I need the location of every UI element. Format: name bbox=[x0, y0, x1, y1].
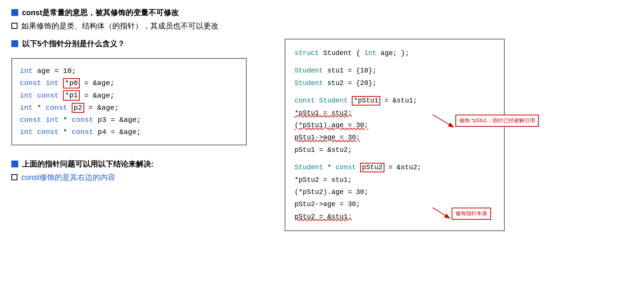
code-line-2: const int *p0 = &age; bbox=[20, 77, 238, 89]
question-heading: 以下5个指针分别是什么含义？ bbox=[11, 39, 269, 49]
r-pstu2-a1-text: *pStu2 = stu1; bbox=[294, 174, 352, 186]
header-line2-text: 如果修饰的是类、结构体（的指针），其成员也不可以更改 bbox=[21, 21, 219, 31]
boxed-p0: *p0 bbox=[63, 78, 80, 88]
r-pstu1-a3-text: pStu1->age = 30; bbox=[294, 131, 360, 143]
kw-const-4: const bbox=[46, 102, 67, 114]
annotation1-box: 修饰 *pStu1，指针已经被解引用 bbox=[455, 115, 539, 127]
conclusion-text: 上面的指针问题可以用以下结论来解决: bbox=[22, 159, 154, 169]
r-pstu1-text1 bbox=[315, 95, 319, 107]
r-kw-int-s: int bbox=[364, 47, 376, 59]
r-pstu1-reassign: pStu1 = &stu2; bbox=[294, 144, 495, 156]
r-pstu2-text2 bbox=[356, 161, 360, 173]
code-text-6c: p4 = &age; bbox=[93, 126, 141, 138]
code-line-6: int const * const p4 = &age; bbox=[20, 126, 238, 138]
r-pstu1-text3: = &stu1; bbox=[380, 95, 417, 107]
kw-int-6: int bbox=[20, 126, 33, 138]
code-text-4a: * bbox=[33, 102, 46, 114]
kw-const-6a: const bbox=[37, 126, 59, 138]
right-panel: struct Student { int age; }; Student stu… bbox=[285, 39, 633, 231]
svg-line-3 bbox=[433, 208, 448, 217]
r-struct-text: Student { bbox=[319, 47, 364, 59]
r-kw-student-2: Student bbox=[294, 77, 323, 89]
r-stu2-line: Student stu2 = {20}; bbox=[294, 77, 495, 89]
header-section: const是常量的意思，被其修饰的变量不可修改 如果修饰的是类、结构体（的指针）… bbox=[11, 8, 633, 31]
question-text: 以下5个指针分别是什么含义？ bbox=[22, 39, 125, 49]
code-line-3: int const *p1 = &age; bbox=[20, 90, 238, 102]
code-text-3c: = &age; bbox=[80, 90, 114, 102]
code-text-6a bbox=[33, 126, 37, 138]
kw-const-2: const bbox=[20, 77, 41, 89]
r-pstu2-text3: = &stu2; bbox=[384, 161, 421, 173]
code-text-6b: * bbox=[59, 126, 72, 138]
blue-square-icon3 bbox=[11, 161, 18, 167]
r-stu2-text: stu2 = {20}; bbox=[323, 77, 376, 89]
code-line-4: int * const p2 = &age; bbox=[20, 102, 238, 114]
white-square-icon bbox=[11, 23, 17, 29]
r-stu1-text: stu1 = {10}; bbox=[323, 65, 376, 77]
annotations-wrapper: struct Student { int age; }; Student stu… bbox=[285, 39, 633, 231]
conclusion-heading: 上面的指针问题可以用以下结论来解决: bbox=[11, 159, 269, 169]
code-text-5c: p3 = &age; bbox=[93, 114, 141, 126]
header-line2: 如果修饰的是类、结构体（的指针），其成员也不可以更改 bbox=[11, 21, 633, 31]
r-pstu1-a1-text: *pStu1 = stu2; bbox=[294, 107, 352, 119]
kw-int-3: int bbox=[20, 90, 33, 102]
r-kw-const-ps2: const bbox=[335, 161, 356, 173]
r-pstu1-decl: const Student *pStu1 = &stu1; bbox=[294, 95, 495, 107]
code-text-3b bbox=[59, 90, 63, 102]
arrow2-svg bbox=[433, 208, 452, 227]
code-text-2b bbox=[59, 77, 63, 89]
code-text-2a bbox=[41, 77, 46, 89]
r-pstu2-a2-text: (*pStu2).age = 30; bbox=[294, 186, 368, 198]
boxed-pstu2: pStu2 bbox=[360, 163, 384, 173]
r-pstu2-a3-text: pStu2->age = 30; bbox=[294, 198, 360, 210]
kw-int-2: int bbox=[46, 77, 58, 89]
r-pstu2-assign2: (*pStu2).age = 30; bbox=[294, 186, 495, 198]
r-struct-line: struct Student { int age; }; bbox=[294, 47, 495, 59]
boxed-pstu1: *pStu1 bbox=[352, 96, 380, 106]
r-struct-text2: age; }; bbox=[376, 47, 409, 59]
code-text-4b bbox=[67, 102, 71, 114]
kw-const-5b: const bbox=[72, 114, 93, 126]
annotation2-box: 修饰指针本身 bbox=[452, 208, 491, 220]
r-stu1-line: Student stu1 = {10}; bbox=[294, 65, 495, 77]
r-pstu2-r-text: pStu2 = &stu1; bbox=[294, 211, 352, 223]
r-pstu2-decl: Student * const pStu2 = &stu2; bbox=[294, 161, 495, 173]
r-pstu1-r-text: pStu1 = &stu2; bbox=[294, 144, 352, 156]
r-pstu1-a2-text: (*pStu1).age = 30; bbox=[294, 119, 368, 131]
header-line1-text: const是常量的意思，被其修饰的变量不可修改 bbox=[22, 8, 179, 18]
code-text-4c: = &age; bbox=[84, 102, 119, 114]
boxed-p1: *p1 bbox=[63, 90, 80, 101]
kw-int-1: int bbox=[20, 65, 33, 77]
header-line1: const是常量的意思，被其修饰的变量不可修改 bbox=[11, 8, 633, 18]
annotation1-group: 修饰 *pStu1，指针已经被解引用 bbox=[433, 115, 539, 137]
main-layout: 以下5个指针分别是什么含义？ int age = 10; const int *… bbox=[11, 39, 633, 231]
code-text-3a bbox=[33, 90, 37, 102]
code-text-5b: * bbox=[59, 114, 72, 126]
kw-const-6b: const bbox=[72, 126, 93, 138]
r-kw-const-ps1: const bbox=[294, 95, 315, 107]
r-pstu2-text1: * bbox=[323, 161, 335, 173]
r-pstu2-assign1: *pStu2 = stu1; bbox=[294, 174, 495, 186]
annotation2-text: 修饰指针本身 bbox=[455, 210, 487, 216]
white-square-icon2 bbox=[11, 174, 17, 180]
r-pstu1-text2 bbox=[348, 95, 352, 107]
conclusion2-text: const修饰的是其右边的内容 bbox=[21, 172, 115, 183]
code-text-5a bbox=[41, 114, 46, 126]
r-kw-struct: struct bbox=[294, 47, 319, 59]
r-kw-student-ps1: Student bbox=[319, 95, 348, 107]
svg-line-1 bbox=[433, 115, 452, 126]
kw-int-5: int bbox=[46, 114, 58, 126]
arrow1-svg bbox=[433, 115, 455, 137]
kw-int-4: int bbox=[20, 102, 33, 114]
boxed-p2: p2 bbox=[72, 103, 84, 113]
kw-const-3: const bbox=[37, 90, 59, 102]
code-line-5: const int * const p3 = &age; bbox=[20, 114, 238, 126]
blue-square-icon2 bbox=[11, 40, 18, 47]
annotation2-group: 修饰指针本身 bbox=[433, 208, 491, 227]
code-line-1: int age = 10; bbox=[20, 65, 238, 77]
r-kw-student-ps2: Student bbox=[294, 161, 323, 173]
code-text-1: age = 10; bbox=[33, 65, 76, 77]
left-panel: 以下5个指针分别是什么含义？ int age = 10; const int *… bbox=[11, 39, 269, 189]
code-text-2c: = &age; bbox=[80, 77, 114, 89]
annotation1-text: 修饰 *pStu1，指针已经被解引用 bbox=[459, 117, 535, 123]
